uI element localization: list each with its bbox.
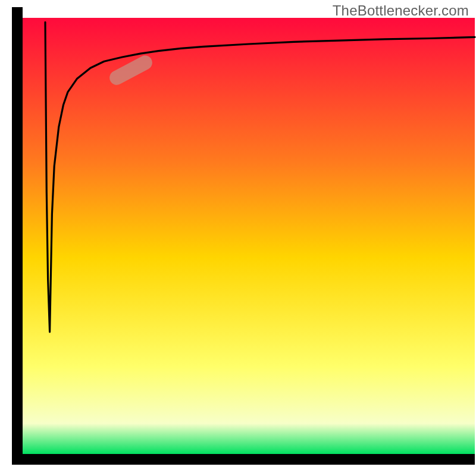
plot-svg [0, 0, 476, 476]
plot-wrapper [0, 0, 476, 476]
x-axis [12, 454, 475, 465]
plot-background [23, 18, 475, 454]
chart-stage: TheBottlenecker.com [0, 0, 476, 476]
y-axis [12, 7, 23, 465]
watermark-text: TheBottlenecker.com [333, 2, 469, 19]
